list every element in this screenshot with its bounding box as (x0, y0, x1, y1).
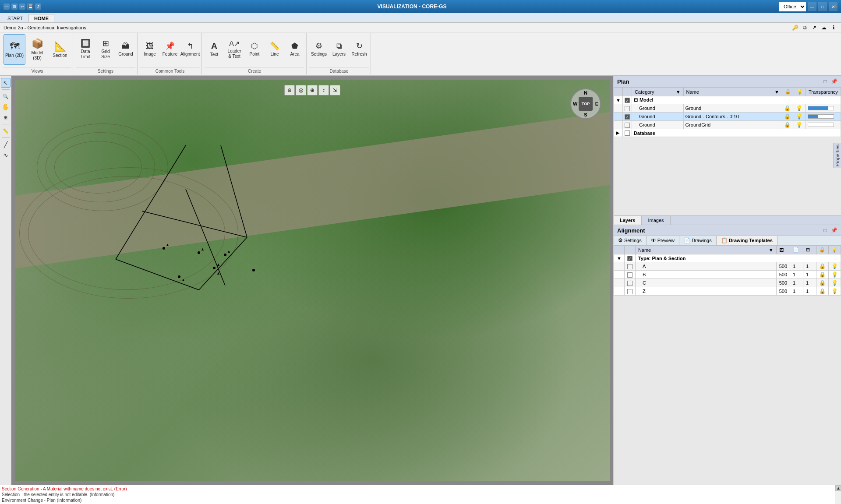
check-cell[interactable] (622, 96, 632, 104)
lock-a[interactable]: 🔒 (816, 262, 829, 271)
zoom-area-tool[interactable]: ⊞ (1, 113, 11, 122)
map-canvas[interactable]: ▲ ▲ ▲ ▲ ▲ ▲ ⊖ ◎ ⊕ ↕ ⇲ N S E (15, 80, 610, 481)
check-cell[interactable] (622, 129, 632, 137)
section-button[interactable]: 📐 Section (49, 34, 71, 65)
check-cell[interactable] (622, 113, 632, 121)
tab-home[interactable]: HOME (28, 14, 54, 22)
lock-b[interactable]: 🔒 (816, 271, 829, 279)
line-button[interactable]: 📏 Line (265, 34, 284, 64)
zoom-out-button[interactable]: ⊖ (284, 85, 295, 95)
transparency-cell[interactable] (806, 104, 841, 113)
properties-sidebar[interactable]: Properties (833, 143, 841, 168)
app-icon-1[interactable]: ⊞ (11, 4, 18, 10)
visible-c[interactable]: 💡 (829, 279, 841, 287)
measure-tool[interactable]: 📏 (1, 126, 11, 136)
transparency-cell[interactable] (806, 121, 841, 129)
visible-b[interactable]: 💡 (829, 271, 841, 279)
full-extent-button[interactable]: ⇲ (330, 85, 340, 95)
visible-cell[interactable]: 💡 (794, 121, 806, 129)
zoom-fit-button[interactable]: ◎ (296, 85, 306, 95)
plan-maximize-icon[interactable]: □ (822, 78, 829, 85)
area-button[interactable]: ⬟ Area (285, 34, 304, 64)
window-controls[interactable]: — ⊞ ↩ 💾 ↺ (4, 4, 41, 10)
lock-cell[interactable]: 🔒 (782, 113, 794, 121)
app-icon-2[interactable]: ↩ (19, 4, 25, 10)
refresh-button[interactable]: ↻ Refresh (350, 34, 369, 64)
alignment-table-container[interactable]: Name ▼ 🖼 📄 ⊞ 🔒 💡 ▼ (614, 245, 841, 485)
visible-z[interactable]: 💡 (829, 287, 841, 296)
zoom-extent-button[interactable]: ↕ (318, 85, 329, 95)
undo-button[interactable]: ↺ (35, 4, 41, 10)
text-button[interactable]: A Text (205, 34, 224, 64)
name-cell: GroundGrid (683, 121, 782, 129)
tab-layers[interactable]: Layers (614, 216, 642, 225)
alignment-button[interactable]: ↰ Alignment (180, 34, 200, 64)
check-cell[interactable] (622, 104, 632, 113)
plan-pin-icon[interactable]: 📌 (830, 78, 837, 85)
tab-start[interactable]: START (2, 14, 28, 22)
check-a[interactable] (624, 262, 635, 271)
visible-cell[interactable]: 💡 (794, 113, 806, 121)
key-icon[interactable]: 🔑 (791, 24, 799, 32)
transparency-cell[interactable] (806, 113, 841, 121)
ribbon-collapse-button[interactable]: ▲ (832, 2, 838, 9)
lock-z[interactable]: 🔒 (816, 287, 829, 296)
visible-a[interactable]: 💡 (829, 262, 841, 271)
info-icon[interactable]: ℹ (830, 24, 837, 32)
align-tab-settings[interactable]: ⚙ Settings (614, 236, 647, 245)
col-name-align: Name ▼ (635, 246, 776, 254)
layers-icon[interactable]: ⧉ (801, 24, 809, 32)
layers-button[interactable]: ⧉ Layers (329, 34, 349, 64)
office-dropdown[interactable]: Office Field (779, 2, 806, 11)
zoom-in-button[interactable]: ⊕ (307, 85, 318, 95)
align-tab-preview[interactable]: 👁 Preview (647, 236, 679, 245)
window-minimize[interactable]: — (808, 2, 816, 11)
tab-images[interactable]: Images (642, 216, 670, 225)
draw-curve-tool[interactable]: ∿ (1, 150, 11, 160)
model-3d-button[interactable]: 📦 Model (3D) (26, 34, 48, 65)
settings-tab-icon: ⚙ (618, 237, 623, 243)
align-tab-drawings[interactable]: 📄 Drawings (679, 236, 717, 245)
alignment-maximize-icon[interactable]: □ (822, 227, 829, 234)
check-align[interactable] (624, 254, 635, 262)
leader-text-button[interactable]: A↗ Leader & Text (225, 34, 244, 64)
expand-cell[interactable]: ▼ (614, 96, 623, 104)
scroll-track[interactable] (835, 491, 841, 504)
settings-db-label: Settings (311, 52, 327, 57)
expand-cell[interactable]: ▶ (614, 129, 623, 137)
settings-db-button[interactable]: ⚙ Settings (309, 34, 329, 64)
select-tool[interactable]: ↖ (1, 78, 11, 88)
data-limit-button[interactable]: 🔲 Data Limit (76, 34, 95, 64)
grid-size-button[interactable]: ⊞ Grid Size (96, 34, 115, 64)
map-area[interactable]: ▲ ▲ ▲ ▲ ▲ ▲ ⊖ ◎ ⊕ ↕ ⇲ N S E (11, 76, 613, 485)
cloud-icon[interactable]: ☁ (820, 24, 828, 32)
minimize-button[interactable]: — (4, 4, 10, 10)
draw-line-tool[interactable]: ╱ (1, 140, 11, 149)
alignment-pin-icon[interactable]: 📌 (830, 227, 837, 234)
align-tab-drawing-templates[interactable]: 📋 Drawing Templates (717, 236, 777, 245)
log-scrollbar[interactable]: ▲ ▼ (835, 485, 841, 504)
visible-cell[interactable]: 💡 (794, 104, 806, 113)
check-b[interactable] (624, 271, 635, 279)
window-maximize[interactable]: □ (818, 2, 827, 11)
lock-cell[interactable]: 🔒 (782, 104, 794, 113)
export-icon[interactable]: ↗ (810, 24, 818, 32)
save-button[interactable]: 💾 (27, 4, 33, 10)
lock-c[interactable]: 🔒 (816, 279, 829, 287)
layers-table-container[interactable]: Category ▼ Name ▼ 🔒 💡 Transparency ▼ (614, 87, 841, 215)
scroll-up-button[interactable]: ▲ (835, 485, 841, 491)
check-c[interactable] (624, 279, 635, 287)
lock-cell[interactable]: 🔒 (782, 121, 794, 129)
properties-label[interactable]: Properties (835, 145, 840, 166)
ground-button[interactable]: 🏔 Ground (116, 34, 135, 64)
zoom-tool[interactable]: 🔍 (1, 92, 11, 101)
plan-2d-button[interactable]: 🗺 Plan (2D) (4, 34, 25, 65)
expand-align[interactable]: ▼ (614, 254, 625, 262)
image-button[interactable]: 🖼 Image (140, 34, 159, 64)
pan-tool[interactable]: ✋ (1, 102, 11, 112)
check-z[interactable] (624, 287, 635, 296)
settings-db-icon: ⚙ (315, 41, 322, 51)
point-button[interactable]: ⬡ Point (245, 34, 264, 64)
check-cell[interactable] (622, 121, 632, 129)
feature-button[interactable]: 📌 Feature (160, 34, 180, 64)
